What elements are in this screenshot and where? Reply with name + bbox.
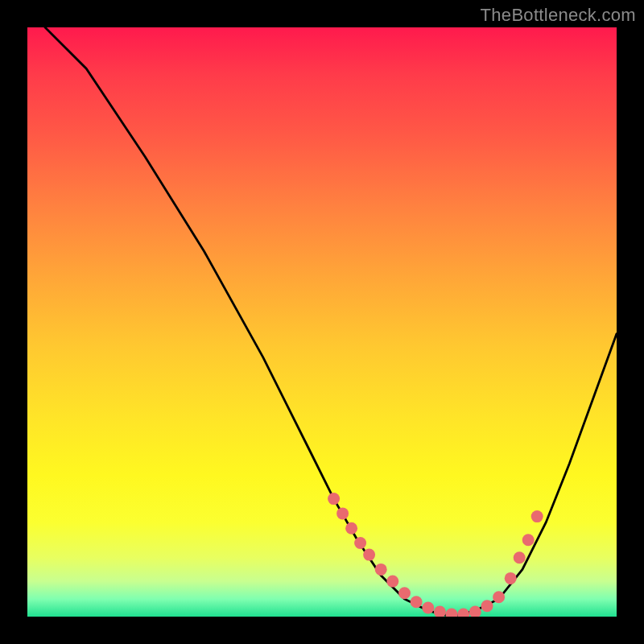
- chart-frame: TheBottleneck.com: [0, 0, 644, 644]
- curve-marker: [493, 591, 505, 603]
- curve-marker: [446, 609, 458, 617]
- curve-marker: [398, 587, 411, 599]
- curve-marker: [375, 564, 387, 576]
- curve-marker: [354, 537, 366, 549]
- curve-marker: [386, 576, 398, 588]
- plot-area: [27, 27, 617, 617]
- curve-marker: [457, 609, 469, 617]
- curve-marker: [531, 510, 543, 522]
- curve-marker: [328, 493, 340, 505]
- curve-marker: [434, 606, 446, 617]
- curve-marker: [411, 596, 423, 608]
- curve-marker: [345, 522, 357, 535]
- curve-marker: [336, 507, 349, 519]
- curve-marker: [363, 549, 375, 561]
- bottleneck-curve: [45, 27, 617, 617]
- chart-svg: [27, 27, 617, 617]
- curve-marker: [505, 572, 517, 584]
- curve-marker: [422, 602, 434, 614]
- curve-marker: [522, 534, 535, 546]
- curve-markers: [328, 493, 543, 617]
- watermark-text: TheBottleneck.com: [481, 5, 636, 26]
- curve-marker: [514, 551, 526, 564]
- curve-marker: [481, 600, 493, 612]
